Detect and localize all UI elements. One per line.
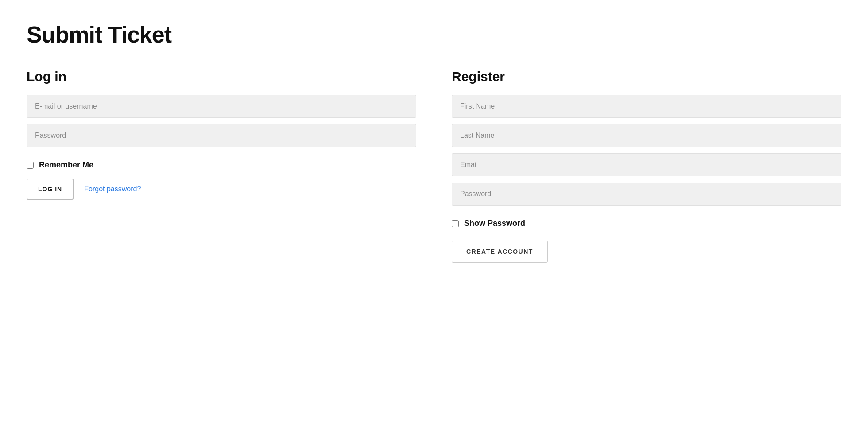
remember-me-checkbox[interactable] — [27, 162, 34, 169]
first-name-input[interactable] — [452, 95, 841, 118]
login-section: Log in Remember Me LOG IN Forgot passwor… — [27, 69, 416, 263]
forgot-password-link[interactable]: Forgot password? — [84, 185, 141, 193]
register-email-input[interactable] — [452, 153, 841, 176]
email-username-input[interactable] — [27, 95, 416, 118]
last-name-input[interactable] — [452, 124, 841, 147]
show-password-label[interactable]: Show Password — [464, 219, 525, 228]
login-button[interactable]: LOG IN — [27, 179, 74, 200]
login-actions: LOG IN Forgot password? — [27, 179, 416, 200]
register-section-title: Register — [452, 69, 841, 84]
register-section: Register Show Password CREATE ACCOUNT — [452, 69, 841, 263]
remember-me-label[interactable]: Remember Me — [39, 160, 93, 170]
forms-container: Log in Remember Me LOG IN Forgot passwor… — [27, 69, 841, 263]
create-account-button[interactable]: CREATE ACCOUNT — [452, 241, 548, 263]
show-password-row: Show Password — [452, 219, 841, 228]
login-password-input[interactable] — [27, 124, 416, 147]
remember-me-row: Remember Me — [27, 160, 416, 170]
page-title: Submit Ticket — [27, 21, 841, 48]
show-password-checkbox[interactable] — [452, 220, 459, 227]
login-section-title: Log in — [27, 69, 416, 84]
register-password-input[interactable] — [452, 183, 841, 206]
